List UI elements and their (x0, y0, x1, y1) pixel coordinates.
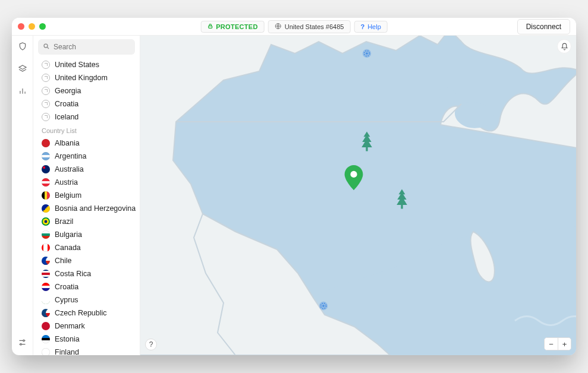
shield-icon[interactable] (18, 42, 27, 53)
flag-icon (42, 309, 50, 317)
flag-icon (42, 244, 50, 252)
titlebar-right: Disconnect (517, 19, 570, 34)
recent-item[interactable]: Georgia (36, 84, 140, 97)
recent-item-label: Iceland (55, 113, 78, 121)
country-item-label: Costa Rica (55, 270, 91, 278)
country-item-label: Argentina (55, 152, 87, 160)
connected-location-pin[interactable] (344, 165, 364, 192)
lock-icon (207, 23, 213, 30)
country-item[interactable]: Canada (36, 241, 140, 254)
sidebar: United StatesUnited KingdomGeorgiaCroati… (33, 36, 140, 355)
country-item-label: Bosnia and Herzegovina (55, 204, 136, 213)
svg-point-14 (366, 52, 368, 55)
help-icon: ? (360, 23, 364, 30)
recent-item[interactable]: United States (36, 58, 140, 71)
svg-point-3 (20, 343, 22, 345)
country-item[interactable]: Costa Rica (36, 267, 140, 280)
location-pin[interactable] (318, 301, 329, 314)
help-label: Help (367, 23, 381, 30)
country-item-label: Belgium (55, 191, 81, 200)
country-item[interactable]: Chile (36, 254, 140, 267)
connection-pill[interactable]: United States #6485 (268, 20, 351, 33)
country-item-label: Brazil (55, 217, 73, 226)
country-item-label: Austria (55, 178, 78, 186)
country-item[interactable]: Bosnia and Herzegovina (36, 202, 140, 215)
flag-icon (42, 296, 50, 304)
notifications-button[interactable] (557, 39, 571, 53)
disconnect-button[interactable]: Disconnect (517, 19, 570, 34)
country-item-label: Denmark (55, 322, 85, 330)
country-item[interactable]: Estonia (36, 333, 140, 346)
country-item[interactable]: Denmark (36, 320, 140, 333)
recent-item-label: United States (55, 61, 99, 69)
country-item[interactable]: Cyprus (36, 293, 140, 306)
flag-icon (42, 152, 50, 160)
search-wrap (33, 36, 140, 58)
fullscreen-window-icon[interactable] (39, 23, 46, 30)
country-item-label: Estonia (55, 335, 80, 343)
svg-point-2 (23, 340, 25, 342)
flag-icon (42, 322, 50, 330)
svg-point-8 (351, 170, 357, 177)
country-scroll[interactable]: United StatesUnited KingdomGeorgiaCroati… (33, 58, 140, 355)
country-item[interactable]: Belgium (36, 189, 140, 202)
country-item-label: Albania (55, 139, 80, 147)
content: United StatesUnited KingdomGeorgiaCroati… (12, 36, 576, 355)
recent-item[interactable]: Iceland (36, 110, 140, 124)
country-item[interactable]: Argentina (36, 150, 140, 163)
map-help-button[interactable]: ? (145, 339, 157, 350)
search-input[interactable] (54, 43, 130, 51)
close-window-icon[interactable] (18, 23, 24, 30)
country-item-label: Australia (55, 165, 84, 173)
country-item-label: Croatia (55, 283, 78, 291)
flag-icon (42, 230, 50, 239)
protected-status: PROTECTED (200, 21, 265, 33)
country-item[interactable]: Czech Republic (36, 306, 140, 320)
country-item-label: Canada (55, 244, 81, 252)
clock-icon (42, 113, 50, 121)
layers-icon[interactable] (18, 64, 27, 76)
stats-icon[interactable] (18, 87, 27, 97)
clock-icon (42, 87, 50, 95)
flag-icon (42, 348, 50, 355)
country-item[interactable]: Bulgaria (36, 228, 140, 241)
svg-rect-6 (366, 147, 368, 151)
country-item[interactable]: Austria (36, 176, 140, 189)
minimize-window-icon[interactable] (29, 23, 35, 30)
bell-icon (561, 43, 568, 50)
country-item-label: Bulgaria (55, 230, 82, 239)
country-item-label: Cyprus (55, 296, 78, 304)
zoom-in-button[interactable]: + (558, 338, 571, 350)
country-item[interactable]: Croatia (36, 280, 140, 293)
flag-icon (42, 191, 50, 200)
recent-item[interactable]: United Kingdom (36, 71, 140, 84)
clock-icon (42, 61, 50, 69)
titlebar: PROTECTED United States #6485 ? Help Dis… (12, 18, 576, 36)
country-item[interactable]: Albania (36, 137, 140, 150)
flag-icon (42, 204, 50, 213)
flag-icon (42, 165, 50, 173)
svg-point-4 (44, 44, 48, 48)
clock-icon (42, 100, 50, 108)
recent-item[interactable]: Croatia (36, 97, 140, 110)
country-item-label: Finland (55, 348, 79, 355)
svg-rect-7 (401, 205, 403, 209)
country-item-label: Czech Republic (55, 309, 107, 317)
country-item[interactable]: Brazil (36, 215, 140, 228)
protected-label: PROTECTED (216, 23, 258, 30)
zoom-out-button[interactable]: − (545, 338, 558, 350)
location-pin[interactable] (361, 48, 372, 61)
search-icon (43, 42, 50, 52)
globe-icon (275, 23, 282, 31)
flag-icon (42, 257, 50, 265)
flag-icon (42, 178, 50, 186)
settings-sliders-icon[interactable] (18, 338, 27, 349)
help-pill[interactable]: ? Help (354, 21, 387, 33)
country-list-header: Country List (36, 124, 140, 137)
country-item[interactable]: Finland (36, 346, 140, 355)
search-box[interactable] (38, 39, 135, 55)
map-view[interactable]: ? − + (140, 36, 576, 355)
flag-icon (42, 335, 50, 343)
clock-icon (42, 74, 50, 82)
country-item[interactable]: Australia (36, 163, 140, 176)
